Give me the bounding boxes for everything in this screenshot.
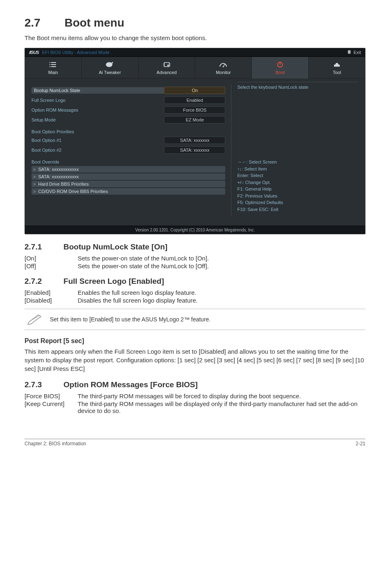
svg-point-15 [167, 65, 169, 66]
footer-left: Chapter 2: BIOS information [25, 441, 86, 447]
power-icon [252, 61, 308, 68]
nav-hint: Enter: Select [237, 172, 359, 179]
nav-hint: F2: Previous Values [237, 193, 359, 200]
field-bootup-numlock[interactable]: Bootup NumLock State On [31, 87, 225, 94]
subsection-number: 2.7.2 [25, 277, 61, 286]
section-2-7-3-title: 2.7.3 Option ROM Messages [Force BIOS] [25, 380, 365, 389]
tab-advanced[interactable]: Advanced [139, 57, 195, 79]
field-label: Bootup NumLock State [31, 87, 164, 94]
field-label: Boot Option #2 [31, 148, 164, 153]
chip-icon [139, 61, 195, 68]
option-key: [Disabled] [25, 297, 78, 304]
bios-body: Bootup NumLock State On Full Screen Logo… [25, 79, 365, 226]
field-option-rom[interactable]: Option ROM Messages Force BIOS [31, 106, 225, 114]
gauge-icon [195, 61, 251, 68]
tweaker-icon [82, 61, 138, 68]
note-block: Set this item to [Enabled] to use the AS… [25, 309, 365, 330]
exit-label: Exit [354, 50, 361, 55]
nav-hint: +/-: Change Opt. [237, 179, 359, 186]
override-item-3[interactable]: >CD/DVD ROM Drive BBS Priorities [31, 188, 225, 195]
section-name: Boot menu [65, 16, 124, 29]
section-number: 2.7 [25, 16, 61, 29]
option-desc: Disables the full screen logo display fe… [78, 297, 365, 304]
tab-monitor[interactable]: Monitor [195, 57, 252, 79]
nav-hints: →←: Select Screen ↑↓: Select Item Enter:… [237, 159, 359, 213]
bios-window: /ISUS EFI BIOS Utility - Advanced Mode E… [25, 48, 365, 234]
section-2-7-1-title: 2.7.1 Bootup NumLock State [On] [25, 242, 365, 251]
field-label: Setup Mode [31, 117, 164, 122]
exit-button[interactable]: Exit [348, 50, 361, 55]
right-hint-top: Select the keyboard NumLock state [237, 82, 359, 90]
override-item-1[interactable]: >SATA: xxxxxxxxxxxx [31, 173, 225, 180]
subsection-number: 2.7.1 [25, 242, 61, 251]
bios-logo: /ISUS [29, 50, 39, 55]
subsection-name: Bootup NumLock State [On] [63, 242, 167, 251]
tab-boot[interactable]: Boot [252, 57, 309, 79]
override-item-2[interactable]: >Hard Drive BBS Priorities [31, 181, 225, 187]
field-fullscreen-logo[interactable]: Full Screen Logo Enabled [31, 97, 225, 104]
subsection-name: Full Screen Logo [Enabled] [63, 277, 164, 285]
svg-point-17 [223, 66, 224, 67]
svg-rect-2 [51, 62, 56, 63]
option-row: [Force BIOS]The third-party ROM messages… [25, 393, 365, 399]
option-row: [Enabled]Enables the full screen logo di… [25, 289, 365, 296]
field-label: Option ROM Messages [31, 108, 164, 112]
list-icon [25, 61, 81, 68]
section-2-7-2-title: 2.7.2 Full Screen Logo [Enabled] [25, 277, 365, 286]
post-report-body: This item appears only when the Full Scr… [25, 347, 365, 373]
nav-hint: ↑↓: Select Item [237, 166, 359, 173]
field-boot-option-2[interactable]: Boot Option #2 SATA: xxxxxxx [31, 146, 225, 154]
field-value[interactable]: Enabled [164, 97, 225, 104]
tab-tool[interactable]: Tool [309, 57, 365, 79]
svg-rect-5 [49, 66, 50, 67]
boot-override-header: Boot Override [31, 159, 225, 164]
nav-hint: F10: Save ESC: Exit [237, 206, 359, 213]
nav-hint: →←: Select Screen [237, 159, 359, 166]
chevron-right-icon: > [33, 182, 36, 186]
override-label: Hard Drive BBS Priorities [38, 182, 88, 186]
tab-label: Main [48, 70, 58, 75]
tab-ai-tweaker[interactable]: Ai Tweaker [82, 57, 139, 79]
svg-rect-4 [51, 64, 56, 65]
option-key: [On] [25, 255, 78, 262]
field-boot-option-1[interactable]: Boot Option #1 SATA: xxxxxxx [31, 137, 225, 144]
field-value[interactable]: EZ Mode [164, 116, 225, 123]
svg-point-7 [106, 62, 112, 67]
subsection-name: Option ROM Messages [Force BIOS] [63, 380, 197, 389]
tab-label: Advanced [157, 70, 177, 75]
field-value[interactable]: Force BIOS [164, 106, 225, 114]
option-row: [Off]Sets the power-on state of the NumL… [25, 263, 365, 269]
footer-right: 2-21 [356, 441, 365, 447]
svg-rect-1 [49, 62, 50, 63]
boot-priorities-header: Boot Option Priorities [31, 129, 225, 134]
intro-text: The Boot menu items allow you to change … [25, 34, 365, 41]
bios-left-pane: Bootup NumLock State On Full Screen Logo… [31, 84, 225, 216]
page-title: 2.7 Boot menu [25, 16, 365, 29]
bios-subtitle: EFI BIOS Utility - Advanced Mode [42, 50, 110, 55]
option-desc: The third-party ROM messages will be dis… [78, 400, 365, 414]
field-label: Boot Option #1 [31, 138, 164, 143]
bios-footer: Version 2.00.1201. Copyright (C) 2010 Am… [25, 226, 365, 234]
field-value[interactable]: SATA: xxxxxxx [164, 146, 225, 154]
exit-icon [348, 50, 352, 54]
nav-hint: F5: Optimized Defaults [237, 199, 359, 206]
field-label: Full Screen Logo [31, 98, 164, 103]
override-label: SATA: xxxxxxxxxxxx [38, 167, 78, 172]
bios-tabs: Main Ai Tweaker Advanced Monitor Boot [25, 57, 365, 79]
override-item-0[interactable]: >SATA: xxxxxxxxxxxx [31, 166, 225, 173]
field-setup-mode[interactable]: Setup Mode EZ Mode [31, 116, 225, 123]
option-key: [Off] [25, 263, 78, 269]
tab-main[interactable]: Main [25, 57, 82, 79]
svg-rect-3 [49, 64, 50, 65]
field-value[interactable]: On [164, 87, 225, 94]
note-pencil-icon [26, 312, 43, 326]
bios-topbar: /ISUS EFI BIOS Utility - Advanced Mode E… [25, 48, 365, 57]
tab-label: Ai Tweaker [99, 70, 121, 75]
field-value[interactable]: SATA: xxxxxxx [164, 137, 225, 144]
option-row: [Keep Current]The third-party ROM messag… [25, 400, 365, 414]
post-report-heading: Post Report [5 sec] [25, 337, 365, 345]
tab-label: Monitor [216, 70, 231, 75]
option-row: [Disabled]Disables the full screen logo … [25, 297, 365, 304]
option-key: [Keep Current] [25, 400, 78, 414]
option-key: [Force BIOS] [25, 393, 78, 399]
